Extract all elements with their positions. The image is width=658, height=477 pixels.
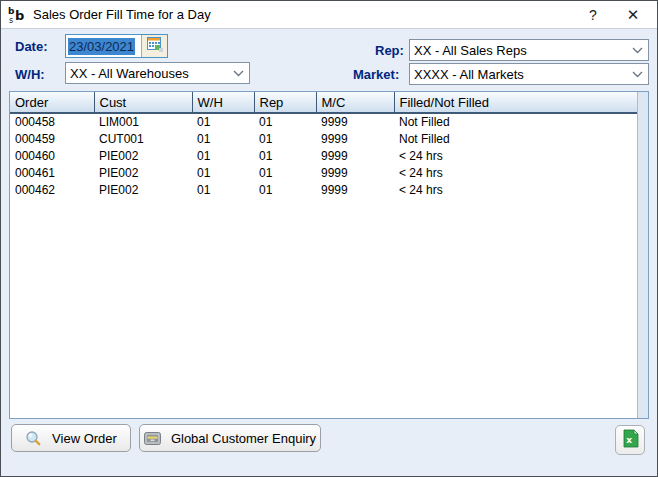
window-title: Sales Order Fill Time for a Day [33, 7, 211, 22]
excel-file-icon: x [622, 429, 639, 451]
table-scrollbar[interactable] [637, 92, 648, 418]
date-field-group: 23/03/2021 [65, 34, 168, 58]
orders-table: Order Cust W/H Rep M/C Filled/Not Filled… [9, 91, 649, 419]
rep-value: XX - All Sales Reps [414, 43, 626, 58]
calendar-picker-button[interactable] [142, 35, 167, 57]
cell-rep: 01 [254, 164, 316, 181]
col-header-wh[interactable]: W/H [192, 92, 254, 113]
cell-mc: 9999 [316, 164, 394, 181]
market-label: Market: [353, 67, 399, 82]
col-header-order[interactable]: Order [10, 92, 94, 113]
chevron-down-icon [626, 47, 648, 54]
warehouse-value: XX - All Warehouses [70, 66, 227, 81]
cell-cust: LIM001 [94, 113, 192, 130]
warehouse-label: W/H: [15, 67, 45, 82]
cell-rep: 01 [254, 113, 316, 130]
export-excel-button[interactable]: x [615, 425, 645, 455]
global-customer-enquiry-label: Global Customer Enquiry [171, 431, 316, 446]
cell-mc: 9999 [316, 181, 394, 198]
svg-text:x: x [626, 435, 632, 445]
date-input[interactable]: 23/03/2021 [66, 35, 142, 57]
cell-cust: PIE002 [94, 164, 192, 181]
market-value: XXXX - All Markets [414, 67, 626, 82]
svg-text:s: s [9, 16, 13, 25]
cell-wh: 01 [192, 164, 254, 181]
cell-filled: < 24 hrs [394, 181, 637, 198]
cell-order: 000461 [10, 164, 94, 181]
cell-wh: 01 [192, 181, 254, 198]
cell-order: 000460 [10, 147, 94, 164]
table-row[interactable]: 000458 LIM001 01 01 9999 Not Filled [10, 113, 637, 130]
cell-filled: Not Filled [394, 113, 637, 130]
market-select[interactable]: XXXX - All Markets [409, 63, 649, 85]
cell-rep: 01 [254, 130, 316, 147]
col-header-mc[interactable]: M/C [316, 92, 394, 113]
cell-cust: PIE002 [94, 181, 192, 198]
cell-filled: Not Filled [394, 130, 637, 147]
dialog-window: b s b Sales Order Fill Time for a Day ? … [0, 0, 658, 477]
col-header-rep[interactable]: Rep [254, 92, 316, 113]
table-row[interactable]: 000461 PIE002 01 01 9999 < 24 hrs [10, 164, 637, 181]
col-header-filled[interactable]: Filled/Not Filled [394, 92, 637, 113]
help-button[interactable]: ? [573, 1, 613, 28]
magnifier-icon [25, 430, 42, 447]
cell-wh: 01 [192, 113, 254, 130]
calendar-icon [147, 37, 163, 55]
date-value: 23/03/2021 [68, 38, 135, 55]
table-row[interactable]: 000459 CUT001 01 01 9999 Not Filled [10, 130, 637, 147]
orders-table-header: Order Cust W/H Rep M/C Filled/Not Filled [10, 92, 637, 113]
cell-filled: < 24 hrs [394, 147, 637, 164]
close-button[interactable]: ✕ [613, 1, 653, 28]
cell-rep: 01 [254, 147, 316, 164]
rep-label: Rep: [375, 43, 404, 58]
view-order-label: View Order [52, 431, 117, 446]
cell-order: 000458 [10, 113, 94, 130]
col-header-cust[interactable]: Cust [94, 92, 192, 113]
cell-order: 000459 [10, 130, 94, 147]
table-row[interactable]: 000462 PIE002 01 01 9999 < 24 hrs [10, 181, 637, 198]
cell-wh: 01 [192, 130, 254, 147]
view-order-button[interactable]: View Order [11, 424, 131, 452]
cell-cust: CUT001 [94, 130, 192, 147]
svg-text:b: b [15, 8, 24, 23]
cell-cust: PIE002 [94, 147, 192, 164]
warehouse-select[interactable]: XX - All Warehouses [65, 62, 250, 84]
cell-wh: 01 [192, 147, 254, 164]
cell-rep: 01 [254, 181, 316, 198]
cell-filled: < 24 hrs [394, 164, 637, 181]
svg-text:b: b [8, 6, 15, 16]
app-logo-icon: b s b [7, 5, 27, 25]
cell-mc: 9999 [316, 130, 394, 147]
title-bar: b s b Sales Order Fill Time for a Day ? … [1, 1, 657, 29]
cell-mc: 9999 [316, 147, 394, 164]
table-row[interactable]: 000460 PIE002 01 01 9999 < 24 hrs [10, 147, 637, 164]
date-label: Date: [15, 39, 48, 54]
customer-enquiry-icon [144, 431, 161, 446]
chevron-down-icon [626, 71, 648, 78]
chevron-down-icon [227, 70, 249, 77]
cell-order: 000462 [10, 181, 94, 198]
rep-select[interactable]: XX - All Sales Reps [409, 39, 649, 61]
cell-mc: 9999 [316, 113, 394, 130]
global-customer-enquiry-button[interactable]: Global Customer Enquiry [139, 424, 321, 452]
